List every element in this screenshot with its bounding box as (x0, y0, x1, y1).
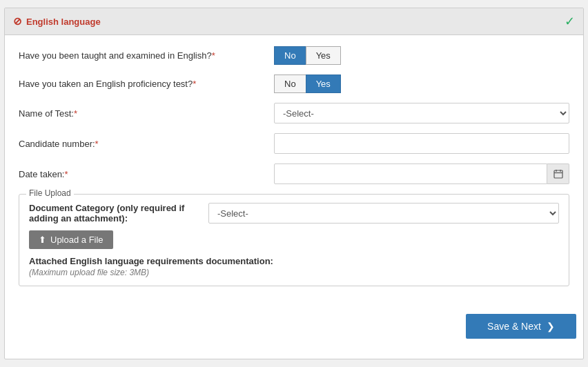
file-upload-legend: File Upload (26, 188, 74, 198)
svg-rect-0 (554, 170, 562, 178)
save-next-button[interactable]: Save & Next ❯ (466, 314, 576, 339)
q2-no-button[interactable]: No (274, 75, 306, 93)
date-taken-control (274, 163, 569, 184)
english-language-card: ⊘ English language ✓ Have you been taugh… (4, 8, 584, 359)
q1-yes-button[interactable]: Yes (306, 46, 341, 65)
q2-toggle-group: No Yes (274, 75, 569, 93)
q1-label: Have you been taught and examined in Eng… (19, 50, 274, 61)
card-title-area: ⊘ English language (13, 15, 101, 28)
doc-category-row: Document Category (only required if addi… (29, 203, 559, 224)
card-header-right: ✓ (565, 14, 575, 29)
q1-options: No Yes (274, 46, 341, 65)
footer-row: Save & Next ❯ (5, 308, 583, 346)
q1-row: Have you been taught and examined in Eng… (19, 46, 569, 65)
attached-label: Attached English language requirements d… (29, 256, 559, 266)
doc-category-label: Document Category (only required if addi… (29, 203, 208, 224)
candidate-number-input[interactable] (274, 133, 569, 154)
warning-icon: ⊘ (13, 15, 22, 28)
candidate-number-control (274, 133, 569, 154)
calendar-icon[interactable] (547, 163, 569, 184)
card-body: Have you been taught and examined in Eng… (5, 35, 583, 308)
upload-button-row: ⬆ Upload a File (29, 230, 559, 249)
name-of-test-select[interactable]: -Select- (274, 103, 569, 123)
q1-no-button[interactable]: No (274, 46, 306, 65)
attached-sub: (Maximum upload file size: 3MB) (29, 268, 559, 277)
doc-category-select[interactable]: -Select- (208, 203, 559, 224)
date-taken-row: Date taken:* (19, 163, 569, 184)
card-title: English language (26, 17, 101, 27)
doc-category-control: -Select- (208, 203, 559, 224)
upload-file-button[interactable]: ⬆ Upload a File (29, 230, 113, 249)
chevron-right-icon: ❯ (547, 321, 555, 332)
file-upload-section: File Upload Document Category (only requ… (19, 194, 569, 286)
date-taken-input[interactable] (274, 163, 547, 184)
check-icon: ✓ (565, 14, 575, 28)
q2-options: No Yes (274, 75, 341, 93)
q2-yes-button[interactable]: Yes (306, 75, 341, 93)
card-header: ⊘ English language ✓ (5, 8, 583, 35)
candidate-number-label: Candidate number:* (19, 139, 274, 149)
name-of-test-row: Name of Test:* -Select- (19, 103, 569, 123)
q2-row: Have you taken an English proficiency te… (19, 75, 569, 93)
candidate-number-row: Candidate number:* (19, 133, 569, 154)
q2-label: Have you taken an English proficiency te… (19, 79, 274, 89)
q1-toggle-group: No Yes (274, 46, 569, 65)
name-of-test-control: -Select- (274, 103, 569, 123)
upload-icon: ⬆ (39, 235, 46, 245)
name-of-test-label: Name of Test:* (19, 108, 274, 119)
date-input-wrapper (274, 163, 569, 184)
date-taken-label: Date taken:* (19, 169, 274, 179)
